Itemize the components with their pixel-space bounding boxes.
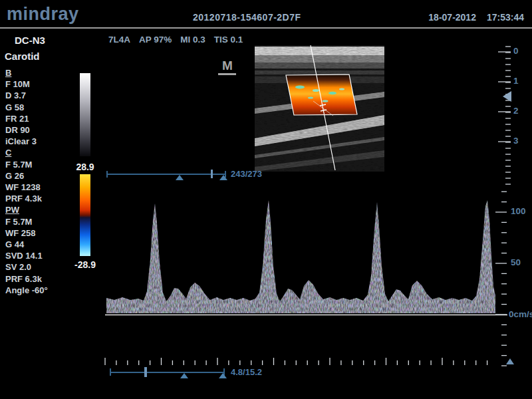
mindray-logo: mindray	[7, 4, 79, 25]
param-line: FR 21	[5, 113, 75, 124]
sweep-position-marker[interactable]	[144, 367, 147, 377]
image-header: 7L4A AP 97% MI 0.3 TIS 0.1	[108, 35, 243, 45]
color-flow-region	[286, 74, 357, 115]
doppler-waveform	[106, 200, 495, 313]
param-line: D 3.7	[5, 90, 75, 101]
study-id: 20120718-154607-2D7F	[193, 12, 301, 23]
acoustic-power: AP 97%	[139, 35, 172, 45]
param-line: G 44	[5, 239, 75, 250]
exam-date: 18-07-2012	[428, 12, 476, 23]
thermal-index: TIS 0.1	[214, 35, 243, 45]
header-separator	[0, 27, 532, 29]
grayscale-bar	[80, 73, 90, 156]
param-line: G 58	[5, 102, 75, 113]
cine-pointer-triangle[interactable]	[176, 175, 184, 180]
sweep-time-counter: 4.8/15.2	[231, 367, 262, 377]
section-header-c: C	[5, 147, 75, 158]
param-line: WF 258	[5, 227, 75, 239]
mechanical-index: MI 0.3	[180, 35, 205, 45]
cine-frame-marker[interactable]	[211, 170, 213, 178]
param-line: PRF 4.3k	[5, 193, 75, 204]
param-line: iClear 3	[5, 136, 75, 147]
color-doppler-bar	[80, 174, 90, 256]
param-line: G 26	[5, 170, 75, 182]
pw-spectral-display	[103, 190, 512, 319]
orientation-marker: M	[219, 59, 236, 73]
sweep-scrollbar-left-cap	[110, 368, 111, 376]
param-line: DR 90	[5, 124, 75, 136]
param-line: F 10M	[5, 78, 75, 90]
section-header-pw: PW	[5, 204, 75, 215]
parameter-list: BF 10MD 3.7G 58FR 21DR 90iClear 3CF 5.7M…	[5, 67, 75, 296]
machine-model: DC-N3	[15, 35, 45, 46]
velocity-ruler	[493, 190, 532, 375]
orientation-marker-underline	[218, 73, 236, 75]
param-line: F 5.7M	[5, 216, 75, 227]
param-line: PRF 6.3k	[5, 273, 75, 285]
depth-label: 1	[513, 76, 519, 86]
velocity-label-50: 50	[511, 257, 521, 267]
ultrasound-screen: mindray 20120718-154607-2D7F 18-07-2012 …	[0, 0, 532, 399]
sweep-end-triangle[interactable]	[219, 373, 227, 378]
param-line: WF 1238	[5, 182, 75, 193]
bmode-image	[255, 45, 384, 172]
probe-name: 7L4A	[108, 35, 130, 45]
depth-label: 3	[513, 136, 519, 146]
cine-frame-counter: 243/273	[231, 169, 262, 179]
param-line: F 5.7M	[5, 159, 75, 170]
param-line: Angle -60°	[5, 285, 75, 296]
exam-time: 17:53:44	[487, 12, 524, 23]
time-ticks	[105, 358, 487, 365]
color-scale-max: 28.9	[70, 162, 100, 172]
datetime: 18-07-2012 17:53:44	[428, 12, 524, 23]
depth-label: 2	[513, 106, 519, 116]
sweep-scrollbar-track[interactable]	[110, 372, 224, 373]
param-line: SVD 14.1	[5, 250, 75, 261]
velocity-label-100: 100	[511, 206, 526, 216]
section-header-b: B	[5, 67, 75, 78]
cine-end-triangle[interactable]	[219, 175, 227, 180]
cine-scrollbar-track[interactable]	[106, 174, 226, 175]
time-ruler	[100, 355, 515, 368]
color-scale-min: -28.9	[68, 259, 102, 270]
depth-ruler	[493, 41, 532, 193]
velocity-label-zero: 0cm/s	[509, 309, 532, 319]
velocity-ticks	[495, 192, 507, 366]
cine-scrollbar-left-cap	[106, 171, 108, 178]
sweep-pointer-triangle[interactable]	[180, 373, 188, 378]
param-line: SV 2.0	[5, 261, 75, 273]
exam-preset: Carotid	[5, 51, 40, 62]
depth-label: 0	[513, 46, 519, 56]
depth-ticks	[498, 47, 511, 184]
